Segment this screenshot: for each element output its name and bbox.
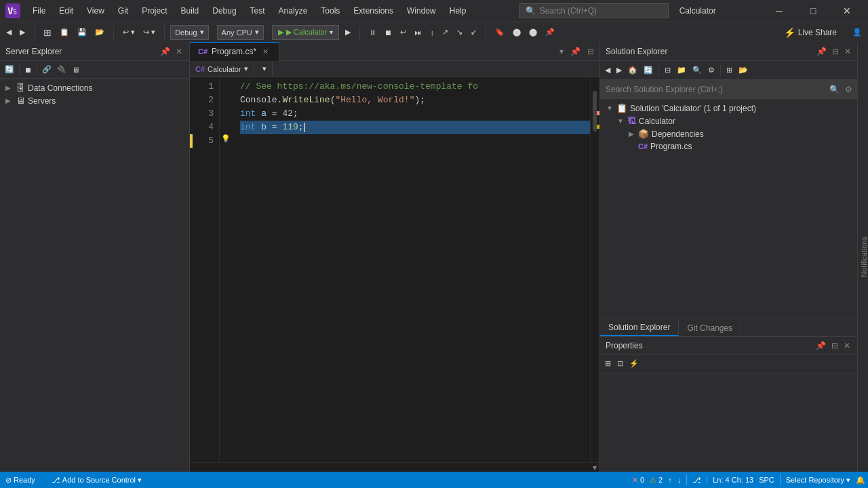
prop-events-btn[interactable]: ⚡ [627, 358, 641, 369]
se-refresh-btn[interactable]: 🔄 [642, 64, 655, 76]
debug-toolbar-btn-7[interactable]: ↘ [453, 26, 466, 39]
tree-item-servers[interactable]: ▶ 🖥 Servers [3, 94, 186, 107]
bookmark-btn-3[interactable]: ⬤ [526, 26, 540, 39]
layout-btn-2[interactable]: 📋 [56, 26, 73, 39]
status-select-repo[interactable]: Select Repository ▾ [783, 476, 853, 485]
se-pin-btn[interactable]: 📌 [815, 45, 828, 58]
tree-item-data-connections[interactable]: ▶ 🗄 Data Connections [3, 81, 186, 94]
run-alt-button[interactable]: ▶ [342, 26, 354, 39]
menu-build[interactable]: Build [176, 3, 205, 18]
se-properties-btn[interactable]: ⊞ [724, 64, 734, 76]
profile-button[interactable]: 👤 [849, 26, 865, 39]
menu-debug[interactable]: Debug [207, 3, 241, 18]
class-dropdown[interactable]: C# Calculator ▾ [190, 61, 254, 77]
tab-split-btn[interactable]: ⊟ [585, 45, 597, 58]
maximize-button[interactable]: □ [797, 0, 829, 22]
debug-toolbar-btn-2[interactable]: ⏹ [381, 26, 395, 39]
debug-toolbar-btn-6[interactable]: ↗ [439, 26, 452, 39]
live-share-button[interactable]: ⚡ Live Share [777, 22, 844, 42]
member-dropdown[interactable]: ▾ [254, 61, 273, 77]
tab-program-cs[interactable]: C# Program.cs* ✕ [190, 42, 279, 61]
editor-scrollbar[interactable] [590, 77, 599, 462]
pin-button[interactable]: 📌 [159, 45, 172, 58]
status-git[interactable]: ⎇ [690, 476, 704, 485]
menu-project[interactable]: Project [136, 3, 172, 18]
debug-toolbar-btn-1[interactable]: ⏸ [366, 26, 380, 39]
prop-pin-btn[interactable]: 📌 [814, 340, 827, 352]
status-encoding[interactable]: SPC [756, 476, 777, 484]
bookmark-btn-4[interactable]: 📌 [542, 26, 558, 39]
bookmark-btn-1[interactable]: 🔖 [492, 26, 508, 39]
editor-hscrollbar[interactable]: ▾ [190, 462, 599, 472]
debug-toolbar-btn-3[interactable]: ↩ [397, 26, 410, 39]
code-content[interactable]: // See https://aka.ms/new-console-templa… [232, 77, 590, 462]
se-tree-programcs[interactable]: C# Program.cs [600, 140, 858, 152]
tab-pin-btn[interactable]: 📌 [568, 45, 583, 58]
debug-toolbar-btn-8[interactable]: ↙ [467, 26, 480, 39]
layout-btn-4[interactable]: 📂 [92, 26, 108, 39]
platform-dropdown[interactable]: Any CPU ▾ [217, 25, 264, 40]
status-warnings[interactable]: ⚠ 2 [647, 476, 665, 485]
se-search-icon[interactable]: 🔍 [829, 85, 840, 94]
redo-button[interactable]: ↪ ▾ [140, 26, 159, 39]
tab-close-button[interactable]: ✕ [260, 47, 271, 57]
tab-dropdown-btn[interactable]: ▾ [557, 45, 566, 58]
open-server-button[interactable]: 🖥 [70, 64, 81, 75]
se-filter-btn[interactable]: 🔍 [690, 64, 704, 76]
se-open-folder-btn[interactable]: 📂 [736, 64, 750, 76]
menu-test[interactable]: Test [245, 3, 271, 18]
status-up-arrow[interactable]: ↑ [665, 476, 675, 484]
debug-mode-dropdown[interactable]: Debug ▾ [170, 25, 208, 40]
menu-tools[interactable]: Tools [315, 3, 345, 18]
menu-file[interactable]: File [27, 3, 51, 18]
menu-help[interactable]: Help [444, 3, 472, 18]
scroll-down-btn[interactable]: ▾ [590, 463, 599, 472]
prop-pin2-btn[interactable]: ⊟ [830, 340, 840, 352]
se-search-settings-icon[interactable]: ⚙ [845, 85, 852, 94]
status-ready[interactable]: ⊘ Ready [0, 472, 41, 488]
menu-analyze[interactable]: Analyze [273, 3, 313, 18]
tab-solution-explorer[interactable]: Solution Explorer [600, 320, 679, 336]
status-errors[interactable]: ✕ 0 [629, 476, 647, 485]
connect2-button[interactable]: 🔌 [55, 64, 68, 75]
debug-toolbar-btn-5[interactable]: ↕ [427, 26, 437, 39]
prop-alpha-btn[interactable]: ⊡ [615, 358, 625, 369]
lightbulb-icon[interactable]: 💡 [221, 134, 231, 143]
status-cursor-pos[interactable]: Ln: 4 Ch: 13 [710, 476, 756, 484]
close-button[interactable]: ✕ [831, 0, 863, 22]
run-button[interactable]: ▶ ▶ Calculator ▾ [272, 25, 340, 40]
se-pin2-btn[interactable]: ⊟ [831, 45, 840, 58]
bookmark-btn-2[interactable]: ⬤ [509, 26, 524, 39]
se-close-button[interactable]: ✕ [174, 45, 184, 58]
undo-button[interactable]: ↩ ▾ [119, 26, 138, 39]
debug-toolbar-btn-4[interactable]: ⏭ [411, 26, 425, 39]
se-back-btn[interactable]: ◀ [603, 64, 612, 76]
status-source-control[interactable]: ⎇ Add to Source Control ▾ [46, 472, 147, 488]
tab-git-changes[interactable]: Git Changes [679, 321, 741, 336]
layout-btn-3[interactable]: 💾 [74, 26, 90, 39]
se-show-files-btn[interactable]: 📁 [675, 64, 688, 76]
menu-extensions[interactable]: Extensions [348, 3, 399, 18]
status-down-arrow[interactable]: ↓ [675, 476, 684, 484]
menu-git[interactable]: Git [113, 3, 134, 18]
forward-button[interactable]: ▶ [16, 26, 28, 39]
se-home-btn[interactable]: 🏠 [626, 64, 639, 76]
connect-button[interactable]: 🔗 [40, 64, 54, 75]
se-collapse-btn[interactable]: ⊟ [663, 64, 673, 76]
menu-window[interactable]: Window [401, 3, 441, 18]
se-tree-calculator[interactable]: ▼ 🏗 Calculator [600, 115, 858, 127]
se-forward-btn[interactable]: ▶ [614, 64, 624, 76]
se-settings-btn[interactable]: ⚙ [706, 64, 717, 76]
se-tree-dependencies[interactable]: ▶ 📦 Dependencies [600, 127, 858, 140]
stop-button[interactable]: ⏹ [22, 64, 34, 75]
minimize-button[interactable]: ─ [764, 0, 795, 22]
refresh-button[interactable]: 🔄 [3, 64, 16, 75]
se-close-btn[interactable]: ✕ [843, 45, 852, 58]
menu-view[interactable]: View [81, 3, 110, 18]
se-tree-solution[interactable]: ▼ 📋 Solution 'Calculator' (1 of 1 projec… [600, 102, 858, 115]
layout-btn-1[interactable]: ⊞ [40, 25, 55, 40]
prop-close-btn[interactable]: ✕ [842, 340, 852, 352]
back-button[interactable]: ◀ [3, 26, 15, 39]
menu-edit[interactable]: Edit [54, 3, 79, 18]
notifications-label[interactable]: Notifications [860, 237, 868, 277]
